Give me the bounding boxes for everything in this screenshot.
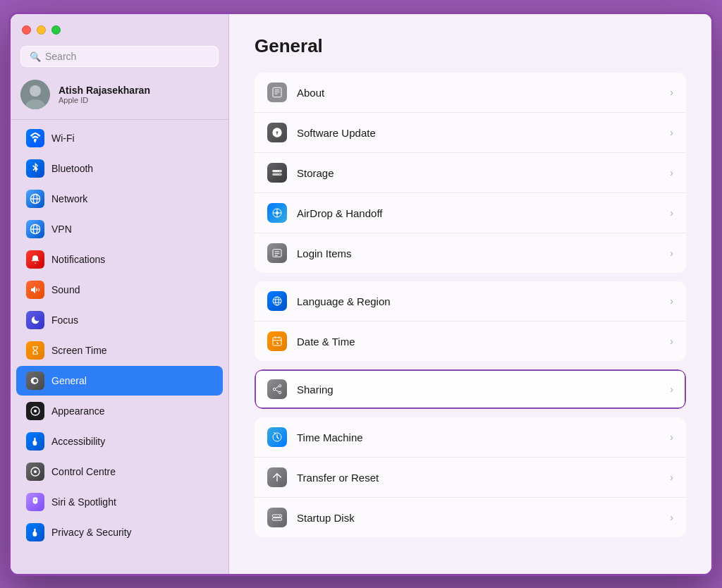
sidebar-item-appearance[interactable]: Appearance	[16, 396, 223, 426]
row-label-startup: Startup Disk	[297, 512, 670, 524]
chevron-icon-language: ›	[670, 295, 673, 307]
svg-line-40	[276, 390, 279, 392]
network-icon	[26, 190, 44, 208]
sidebar-item-accessibility[interactable]: Accessibility	[16, 427, 223, 456]
notifications-icon	[26, 250, 44, 269]
minimize-button[interactable]	[37, 25, 46, 35]
svg-point-19	[279, 171, 280, 171]
sidebar-label-screentime: Screen Time	[51, 345, 107, 356]
sidebar-item-sound[interactable]: Sound	[16, 275, 223, 305]
sidebar-item-network[interactable]: Network	[16, 184, 223, 214]
bluetooth-icon	[26, 159, 44, 178]
svg-point-38	[279, 391, 281, 393]
sidebar-label-notifications: Notifications	[51, 254, 105, 265]
svg-point-36	[279, 385, 281, 387]
wifi-icon	[26, 129, 44, 147]
general-icon	[26, 372, 44, 390]
user-info: Atish Rajasekharan Apple ID	[59, 85, 150, 104]
sidebar-label-sound: Sound	[51, 284, 80, 295]
maximize-button[interactable]	[51, 25, 61, 35]
page-title: General	[255, 35, 686, 57]
sidebar-item-privacy[interactable]: Privacy & Security	[16, 517, 223, 547]
svg-point-26	[273, 297, 281, 305]
chevron-icon-storage: ›	[670, 167, 673, 178]
settings-groups-container: About›Software Update›Storage›AirDrop & …	[255, 73, 686, 537]
sidebar-label-network: Network	[51, 193, 87, 204]
settings-row-datetime[interactable]: Date & Time›	[255, 321, 686, 361]
sidebar-item-siri[interactable]: Siri & Spotlight	[16, 487, 223, 517]
vpn-icon	[26, 220, 44, 238]
about-row-icon	[267, 82, 287, 102]
sidebar-item-general[interactable]: General	[16, 366, 223, 396]
sound-icon	[26, 281, 44, 299]
timemachine-row-icon	[267, 427, 287, 447]
svg-point-10	[34, 410, 37, 412]
screentime-icon	[26, 341, 44, 360]
row-label-timemachine: Time Machine	[297, 431, 670, 443]
accessibility-icon	[26, 432, 44, 451]
sidebar: 🔍 Search Atish Rajasekharan Apple ID Wi-…	[11, 14, 229, 574]
settings-row-transfer[interactable]: Transfer or Reset›	[255, 458, 686, 498]
settings-group-group3: Sharing›	[255, 369, 686, 409]
chevron-icon-loginitems: ›	[670, 247, 673, 259]
settings-row-timemachine[interactable]: Time Machine›	[255, 417, 686, 458]
sidebar-label-focus: Focus	[51, 314, 78, 326]
settings-row-sharing[interactable]: Sharing›	[255, 369, 686, 409]
close-button[interactable]	[22, 25, 31, 35]
settings-row-airdrop[interactable]: AirDrop & Handoff›	[255, 193, 686, 233]
row-label-loginitems: Login Items	[297, 247, 670, 259]
privacy-icon	[26, 523, 44, 541]
softwareupdate-row-icon	[267, 123, 287, 142]
svg-point-20	[279, 174, 280, 175]
user-profile[interactable]: Atish Rajasekharan Apple ID	[11, 74, 228, 116]
settings-group-group2: Language & Region›Date & Time›	[255, 281, 686, 361]
sidebar-item-wifi[interactable]: Wi-Fi	[16, 123, 223, 153]
svg-point-27	[276, 297, 279, 305]
settings-row-storage[interactable]: Storage›	[255, 153, 686, 193]
sidebar-item-controlcentre[interactable]: Control Centre	[16, 457, 223, 486]
settings-row-startup[interactable]: Startup Disk›	[255, 498, 686, 537]
datetime-row-icon	[267, 331, 287, 351]
sidebar-item-vpn[interactable]: VPN	[16, 214, 223, 244]
startup-row-icon	[267, 508, 287, 527]
sidebar-label-controlcentre: Control Centre	[51, 466, 116, 477]
svg-point-21	[276, 212, 279, 214]
settings-group-group1: About›Software Update›Storage›AirDrop & …	[255, 73, 686, 273]
settings-row-softwareupdate[interactable]: Software Update›	[255, 113, 686, 153]
sidebar-label-wifi: Wi-Fi	[51, 133, 75, 144]
sidebar-item-screentime[interactable]: Screen Time	[16, 336, 223, 365]
avatar	[20, 80, 50, 109]
row-label-airdrop: AirDrop & Handoff	[297, 207, 670, 219]
settings-row-language[interactable]: Language & Region›	[255, 281, 686, 321]
siri-icon	[26, 493, 44, 511]
sidebar-item-bluetooth[interactable]: Bluetooth	[16, 154, 223, 183]
appearance-icon	[26, 402, 44, 420]
focus-icon	[26, 311, 44, 329]
sidebar-item-notifications[interactable]: Notifications	[16, 245, 223, 274]
row-label-about: About	[297, 87, 670, 99]
system-settings-window: 🔍 Search Atish Rajasekharan Apple ID Wi-…	[8, 12, 714, 576]
svg-point-44	[279, 515, 280, 516]
sidebar-label-privacy: Privacy & Security	[51, 527, 132, 538]
search-bar[interactable]: 🔍 Search	[20, 46, 219, 67]
row-label-sharing: Sharing	[297, 384, 670, 396]
sidebar-label-vpn: VPN	[51, 223, 72, 235]
row-label-softwareupdate: Software Update	[297, 127, 670, 139]
svg-rect-43	[272, 518, 281, 520]
svg-rect-30	[273, 338, 281, 345]
sidebar-label-appearance: Appearance	[51, 405, 105, 417]
sidebar-label-bluetooth: Bluetooth	[51, 163, 93, 174]
chevron-icon-softwareupdate: ›	[670, 127, 673, 138]
row-label-datetime: Date & Time	[297, 336, 670, 348]
user-subtitle: Apple ID	[59, 96, 150, 104]
row-label-storage: Storage	[297, 167, 670, 179]
settings-group-group4: Time Machine›Transfer or Reset›Startup D…	[255, 417, 686, 537]
svg-point-1	[30, 85, 41, 97]
transfer-row-icon	[267, 467, 287, 487]
sidebar-item-focus[interactable]: Focus	[16, 305, 223, 335]
sidebar-label-accessibility: Accessibility	[51, 436, 105, 447]
chevron-icon-airdrop: ›	[670, 207, 673, 219]
search-placeholder: Search	[45, 51, 76, 62]
settings-row-about[interactable]: About›	[255, 73, 686, 113]
settings-row-loginitems[interactable]: Login Items›	[255, 233, 686, 273]
